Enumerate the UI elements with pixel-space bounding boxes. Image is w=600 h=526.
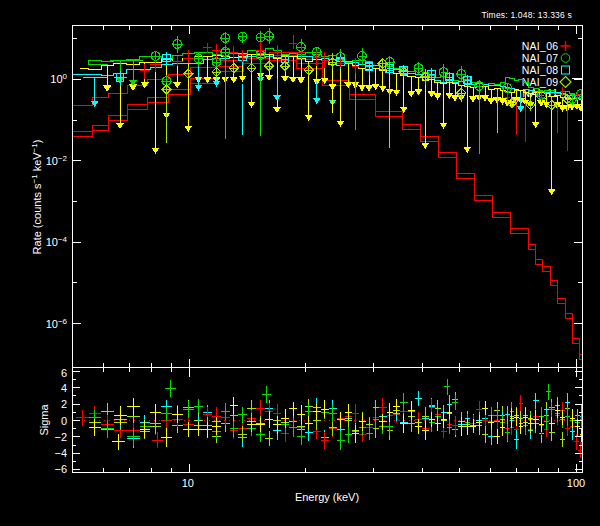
svg-text:Times: 1.048: 13.336 s: Times: 1.048: 13.336 s [481,10,572,20]
svg-text:NAI_07: NAI_07 [522,52,559,64]
svg-text:−4: −4 [54,447,67,459]
svg-text:10: 10 [182,477,194,489]
svg-text:NAI_08: NAI_08 [522,64,559,76]
svg-text:Sigma: Sigma [38,404,50,436]
svg-text:Energy (keV): Energy (keV) [295,491,359,503]
svg-text:6: 6 [61,367,67,379]
svg-text:4: 4 [61,382,67,394]
svg-text:−2: −2 [54,431,67,443]
svg-text:100: 100 [567,477,585,489]
svg-text:−6: −6 [54,463,67,475]
svg-text:0: 0 [61,415,67,427]
svg-text:2: 2 [61,398,67,410]
svg-text:NAI_06: NAI_06 [522,40,559,52]
svg-text:Rate (counts s−1 keV−1): Rate (counts s−1 keV−1) [30,140,43,255]
